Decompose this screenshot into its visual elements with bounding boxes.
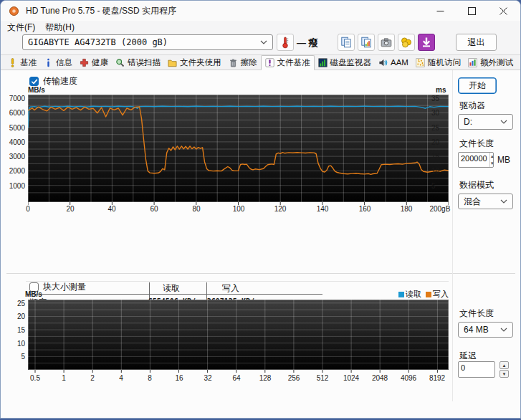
temperature-button[interactable] <box>277 34 294 51</box>
copy-image-button[interactable] <box>358 34 375 51</box>
copy-pages-icon <box>340 36 353 49</box>
file-benchmark-icon <box>265 58 274 67</box>
block-x-axis-label: 512 <box>317 374 329 382</box>
app-icon <box>9 6 19 16</box>
error-scan-icon <box>115 58 125 67</box>
save-results-button[interactable] <box>398 34 415 51</box>
results-header-divider <box>26 294 322 295</box>
block-y-axis-label: 25 <box>6 300 25 307</box>
block-file-length-value: 64 MB <box>464 325 500 335</box>
block-y-axis-label: 15 <box>6 326 25 334</box>
copy-text-button[interactable] <box>338 34 355 51</box>
spin-down-icon[interactable]: ▼ <box>490 160 494 167</box>
main-x-axis-label: 80 <box>192 205 200 213</box>
close-icon <box>500 7 507 15</box>
main-ms-axis-label: 15 <box>431 153 449 161</box>
main-ms-axis-label: 25 <box>431 124 449 132</box>
main-chart-yunit-left: MB/s <box>28 86 45 94</box>
tab-label: 磁盘监视器 <box>330 57 372 68</box>
block-x-axis-label: 64 <box>232 374 240 382</box>
window-title: HD Tune Pro 5.75 - 硬盘/SSD 实用程序 <box>26 5 176 17</box>
drive-combo[interactable]: D: <box>458 114 513 130</box>
delay-down-button[interactable]: ▼ <box>500 370 509 378</box>
main-x-axis-label: 200gB <box>429 205 450 213</box>
spinner-arrows[interactable]: ▲▼ <box>489 153 494 167</box>
health-icon <box>80 58 89 67</box>
read-color-swatch <box>398 292 404 297</box>
menubar: 文件(F) 帮助(H) <box>1 21 520 34</box>
tab-health[interactable]: 健康 <box>76 55 112 70</box>
main-x-axis-label: 140 <box>317 205 329 213</box>
delay-input[interactable]: 0 <box>458 361 495 378</box>
chrome-area: 文件(F) 帮助(H) GIGABYTE AG4732TB (2000 gB) … <box>1 21 520 55</box>
drive-label: 驱动器 <box>459 100 485 112</box>
legend-read: 读取 <box>398 289 421 300</box>
main-chart-yunit-right: ms <box>436 86 446 94</box>
main-x-axis-label: 0 <box>26 205 30 213</box>
maximize-button[interactable] <box>456 1 487 21</box>
main-x-axis-label: 100 <box>233 205 245 213</box>
tab-disk-monitor[interactable]: 磁盘监视器 <box>315 55 376 70</box>
extra-tests-icon <box>468 58 477 67</box>
block-x-axis-label: 128 <box>259 374 272 382</box>
tab-label: 擦除 <box>241 57 257 68</box>
start-button[interactable]: 开始 <box>458 77 497 94</box>
main-y-axis-label: 4000 <box>4 138 25 146</box>
tab-label: AAM <box>391 58 408 67</box>
download-button[interactable] <box>418 34 435 51</box>
tab-file-benchmark[interactable]: 文件基准 <box>261 55 315 70</box>
coins-icon <box>400 36 413 49</box>
results-col-read: 读取 <box>146 282 196 295</box>
tab-error-scan[interactable]: 错误扫描 <box>112 55 164 70</box>
tab-random-access[interactable]: 随机访问 <box>412 55 464 70</box>
info-icon <box>44 58 53 67</box>
drive-selector[interactable]: GIGABYTE AG4732TB (2000 gB) <box>22 34 273 50</box>
tab-label: 健康 <box>92 57 108 68</box>
block-size-chart <box>28 300 449 373</box>
close-button[interactable] <box>487 1 519 21</box>
tab-aam[interactable]: AAM <box>375 55 412 70</box>
chevron-down-icon <box>260 40 267 44</box>
random-access-icon <box>416 58 425 67</box>
spin-up-icon[interactable]: ▲ <box>490 153 494 160</box>
block-x-axis-label: 0.5 <box>30 374 40 382</box>
legend-write: 写入 <box>426 289 449 300</box>
block-x-axis-label: 1024 <box>343 374 359 382</box>
tab-info[interactable]: 信息 <box>40 55 76 70</box>
delay-up-button[interactable]: ▲ <box>500 361 509 369</box>
file-length-spinner[interactable]: 200000 ▲▼ <box>458 152 494 168</box>
file-benchmark-panel: 传输速度 MB/s ms 读取 写入 顺序6554506 K <box>1 70 520 418</box>
chevron-down-icon <box>500 199 507 204</box>
block-x-axis-label: 32 <box>204 374 211 382</box>
minimize-button[interactable] <box>424 1 456 21</box>
trash-icon <box>229 58 238 67</box>
menu-help[interactable]: 帮助(H) <box>45 22 75 34</box>
block-file-length-combo[interactable]: 64 MB <box>458 322 513 338</box>
main-ms-axis-label: 5 <box>431 182 449 190</box>
screenshot-button[interactable] <box>378 34 395 51</box>
camera-icon <box>380 36 393 49</box>
main-y-axis-label: 5000 <box>4 124 25 132</box>
data-mode-combo[interactable]: 混合 <box>458 194 513 209</box>
main-x-axis-label: 180 <box>401 205 413 213</box>
tab-label: 基准 <box>20 57 37 68</box>
checkbox-checked-icon <box>29 77 39 86</box>
chevron-down-icon <box>500 328 507 332</box>
copy-image-icon <box>360 36 373 49</box>
block-x-axis-label: 256 <box>288 374 300 382</box>
tab-erase[interactable]: 擦除 <box>225 55 261 70</box>
menu-file[interactable]: 文件(F) <box>7 22 35 34</box>
delay-value: 0 <box>459 362 494 377</box>
tab-label: 额外测试 <box>480 57 513 68</box>
titlebar: HD Tune Pro 5.75 - 硬盘/SSD 实用程序 <box>1 1 520 21</box>
tab-benchmark[interactable]: 基准 <box>4 55 40 70</box>
tab-folder-usage[interactable]: 文件夹使用 <box>164 55 225 70</box>
hdtune-window: HD Tune Pro 5.75 - 硬盘/SSD 实用程序 文件(F) 帮助(… <box>0 0 521 419</box>
temperature-display: — 癈 <box>297 37 318 49</box>
tab-extra-tests[interactable]: 额外测试 <box>464 55 517 70</box>
exit-button[interactable]: 退出 <box>456 34 497 51</box>
transfer-speed-chart <box>28 95 449 206</box>
drive-combo-value: D: <box>464 117 500 127</box>
block-chart-legend: 读取 写入 <box>345 289 449 300</box>
file-length-label: 文件长度 <box>459 138 494 150</box>
